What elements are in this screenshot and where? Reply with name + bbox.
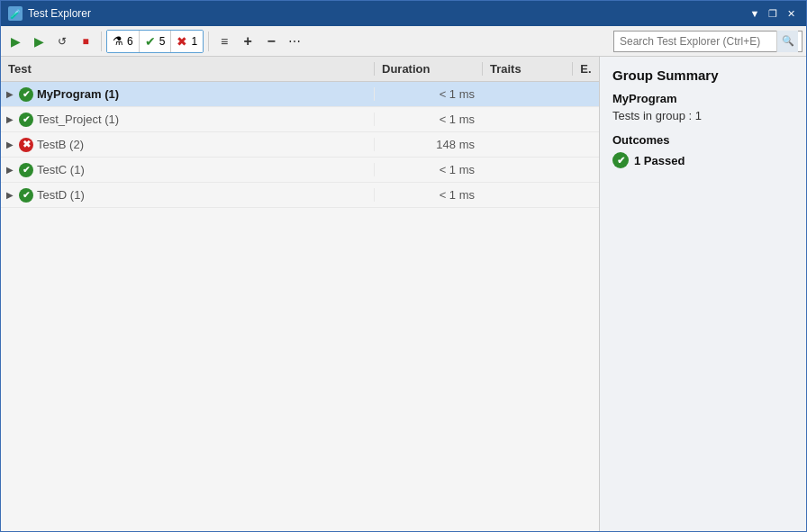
right-pane: Group Summary MyProgram Tests in group :… xyxy=(599,57,806,531)
passed-icon: ✔ xyxy=(145,34,156,49)
test-pane: Test Duration Traits E. ▶ ✔ xyxy=(1,57,599,531)
gs-outcomes-title: Outcomes xyxy=(612,133,793,147)
test-list: ▶ ✔ MyProgram (1) < 1 ms ▶ ✔ Test_Projec… xyxy=(1,82,599,531)
title-bar-controls: ▼ ❐ ✕ xyxy=(747,5,799,22)
row-test-col: ▶ ✔ TestD (1) xyxy=(1,188,374,203)
passed-count: 5 xyxy=(159,35,166,48)
group-summary-title: Group Summary xyxy=(612,68,793,83)
status-pass-icon: ✔ xyxy=(19,113,33,127)
run-button[interactable]: ▶ xyxy=(5,30,26,53)
filter-failed-button[interactable]: ✖ 1 xyxy=(171,31,203,52)
status-pass-icon: ✔ xyxy=(19,188,33,203)
row-test-col: ▶ ✖ TestB (2) xyxy=(1,138,374,152)
expand-arrow[interactable]: ▶ xyxy=(5,140,15,150)
restore-button[interactable]: ❐ xyxy=(765,5,781,22)
outcome-label: 1 Passed xyxy=(634,154,685,167)
expand-arrow[interactable]: ▶ xyxy=(5,190,15,201)
failed-count: 1 xyxy=(191,35,197,48)
row-test-col: ▶ ✔ MyProgram (1) xyxy=(1,87,374,102)
expand-button[interactable]: + xyxy=(237,30,258,53)
column-headers: Test Duration Traits E. xyxy=(1,57,599,82)
test-name: TestC (1) xyxy=(37,163,85,176)
toolbar-separator-1 xyxy=(101,32,102,51)
content-area: Test Duration Traits E. ▶ ✔ xyxy=(1,57,806,531)
filter-icon: ⚗ xyxy=(113,34,123,48)
table-row[interactable]: ▶ ✖ TestB (2) 148 ms xyxy=(1,132,599,158)
table-row[interactable]: ▶ ✔ Test_Project (1) < 1 ms xyxy=(1,107,599,132)
filter-count: 6 xyxy=(127,35,133,48)
filter-group: ⚗ 6 ✔ 5 ✖ 1 xyxy=(106,30,204,53)
expand-arrow[interactable]: ▶ xyxy=(5,165,15,176)
failed-icon: ✖ xyxy=(177,34,187,49)
toolbar-separator-2 xyxy=(208,32,209,51)
test-explorer-window: 🧪 Test Explorer ▼ ❐ ✕ ▶ ▶ ↺ ■ ⚗ 6 ✔ 5 xyxy=(0,0,807,532)
minimize-button[interactable]: ▼ xyxy=(747,5,763,22)
search-input[interactable] xyxy=(614,35,776,48)
close-button[interactable]: ✕ xyxy=(783,5,799,22)
status-fail-icon: ✖ xyxy=(19,138,33,152)
test-name: MyProgram (1) xyxy=(37,87,119,101)
filter-passed-button[interactable]: ✔ 5 xyxy=(140,31,172,52)
outcome-pass-icon: ✔ xyxy=(612,152,629,168)
table-row[interactable]: ▶ ✔ MyProgram (1) < 1 ms xyxy=(1,82,599,107)
status-pass-icon: ✔ xyxy=(19,87,33,102)
row-test-col: ▶ ✔ Test_Project (1) xyxy=(1,113,374,127)
row-duration: < 1 ms xyxy=(374,87,482,101)
row-duration: 148 ms xyxy=(374,138,482,151)
toolbar: ▶ ▶ ↺ ■ ⚗ 6 ✔ 5 ✖ 1 ≡ + − ⋯ � xyxy=(1,26,806,57)
col-header-test: Test xyxy=(1,62,374,76)
test-name: Test_Project (1) xyxy=(37,113,119,126)
table-row[interactable]: ▶ ✔ TestD (1) < 1 ms xyxy=(1,183,599,208)
title-bar: 🧪 Test Explorer ▼ ❐ ✕ xyxy=(1,1,806,26)
collapse-button[interactable]: − xyxy=(260,30,282,53)
more-button[interactable]: ⋯ xyxy=(284,30,305,53)
expand-arrow[interactable]: ▶ xyxy=(5,89,15,100)
col-header-duration: Duration xyxy=(374,62,482,76)
app-icon: 🧪 xyxy=(8,6,23,21)
gs-item-name: MyProgram xyxy=(612,92,793,105)
expand-arrow[interactable]: ▶ xyxy=(5,114,15,125)
gs-outcome-row: ✔ 1 Passed xyxy=(612,152,793,168)
rerun-button[interactable]: ↺ xyxy=(51,30,73,53)
search-box: 🔍 xyxy=(613,31,802,52)
col-header-e: E. xyxy=(572,62,599,76)
col-header-traits: Traits xyxy=(482,62,572,76)
row-duration: < 1 ms xyxy=(374,113,482,126)
row-test-col: ▶ ✔ TestC (1) xyxy=(1,163,374,177)
gs-tests-in-group: Tests in group : 1 xyxy=(612,109,793,122)
search-button[interactable]: 🔍 xyxy=(776,31,798,52)
group-button[interactable]: ≡ xyxy=(213,30,235,53)
stop-button[interactable]: ■ xyxy=(75,30,96,53)
window-title: Test Explorer xyxy=(28,7,91,20)
row-duration: < 1 ms xyxy=(374,163,482,176)
run-all-button[interactable]: ▶ xyxy=(28,30,50,53)
filter-all-button[interactable]: ⚗ 6 xyxy=(107,31,140,52)
test-name: TestB (2) xyxy=(37,138,84,151)
row-duration: < 1 ms xyxy=(374,188,482,202)
table-row[interactable]: ▶ ✔ TestC (1) < 1 ms xyxy=(1,158,599,183)
test-name: TestD (1) xyxy=(37,188,85,202)
status-pass-icon: ✔ xyxy=(19,163,33,177)
title-bar-left: 🧪 Test Explorer xyxy=(8,6,91,21)
